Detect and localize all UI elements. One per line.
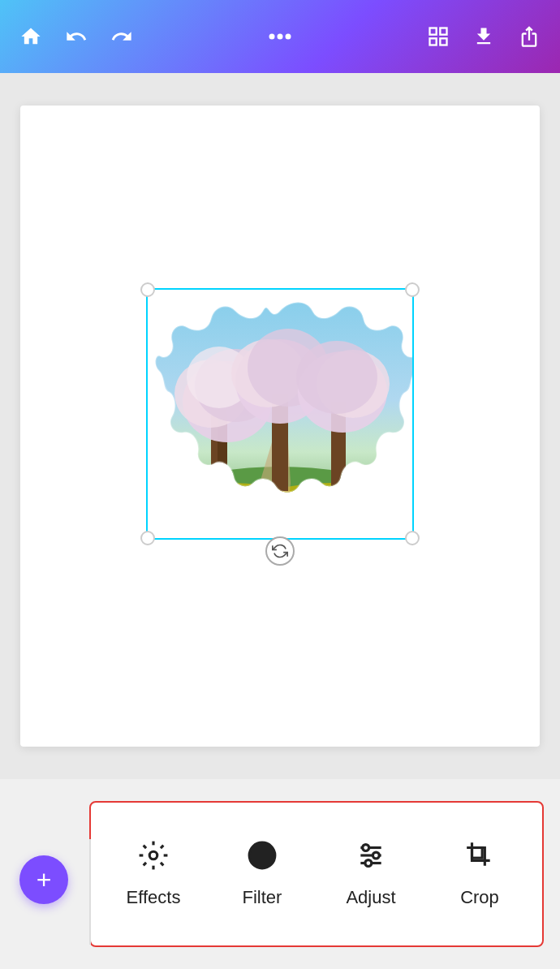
image-element[interactable]	[130, 272, 430, 580]
svg-point-10	[146, 483, 325, 548]
canvas-paper[interactable]	[20, 106, 540, 747]
svg-point-11	[243, 483, 414, 540]
svg-rect-3	[430, 28, 437, 35]
canvas-area	[0, 73, 560, 779]
svg-point-2	[286, 34, 291, 40]
effects-icon	[138, 840, 169, 876]
divider	[89, 839, 91, 945]
effects-tool[interactable]: Effects	[99, 840, 208, 908]
redo-icon[interactable]	[110, 25, 133, 48]
svg-line-30	[144, 846, 146, 848]
rotate-handle[interactable]	[265, 536, 295, 566]
svg-line-31	[161, 863, 163, 865]
adjust-tool[interactable]: Adjust	[317, 840, 425, 908]
svg-line-34	[144, 863, 146, 865]
toolbar-right	[427, 25, 541, 48]
svg-point-26	[296, 341, 377, 414]
svg-point-0	[269, 34, 275, 40]
svg-rect-5	[430, 38, 437, 45]
undo-icon[interactable]	[65, 25, 88, 48]
svg-point-41	[363, 845, 369, 851]
fab-add-button[interactable]: +	[19, 855, 68, 904]
home-icon[interactable]	[19, 25, 42, 48]
svg-point-42	[373, 852, 379, 859]
toolbar-left	[19, 25, 133, 48]
download-icon[interactable]	[472, 25, 495, 48]
plus-icon: +	[37, 867, 52, 893]
svg-point-27	[149, 851, 157, 859]
layers-icon[interactable]	[427, 25, 450, 48]
svg-rect-4	[440, 28, 446, 35]
svg-point-43	[365, 860, 372, 867]
filter-label: Filter	[243, 887, 282, 908]
svg-line-35	[161, 846, 163, 848]
crop-tool[interactable]: Crop	[425, 840, 534, 908]
more-options-icon[interactable]	[269, 33, 291, 40]
bottom-tools-panel: Effects Filter	[89, 801, 544, 947]
share-icon[interactable]	[518, 25, 541, 48]
filter-icon	[247, 840, 278, 876]
svg-point-1	[278, 34, 283, 40]
adjust-label: Adjust	[346, 887, 395, 908]
toolbar-center	[269, 33, 291, 40]
svg-rect-6	[440, 38, 446, 45]
top-toolbar	[0, 0, 560, 73]
bottom-area: + Effects	[0, 779, 560, 969]
crop-icon	[464, 840, 495, 876]
image-display	[146, 296, 414, 556]
adjust-icon	[355, 840, 386, 876]
svg-rect-44	[472, 848, 483, 859]
crop-label: Crop	[460, 887, 499, 908]
handle-top-right[interactable]	[405, 282, 420, 297]
handle-top-left[interactable]	[140, 282, 155, 297]
filter-tool[interactable]: Filter	[208, 840, 317, 908]
effects-label: Effects	[127, 887, 181, 908]
